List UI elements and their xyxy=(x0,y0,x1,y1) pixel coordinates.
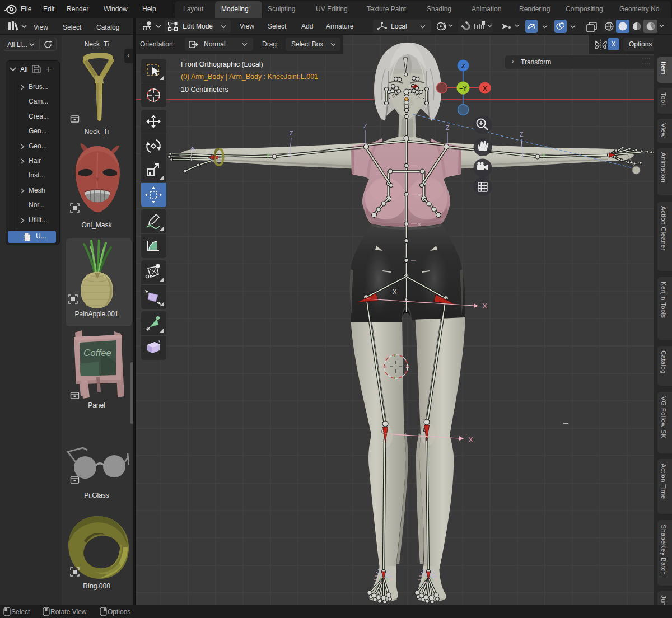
svg-text:X: X xyxy=(468,436,473,444)
svg-text:X: X xyxy=(482,302,487,310)
svg-text:Z: Z xyxy=(290,130,293,137)
svg-text:Z: Z xyxy=(363,123,367,129)
svg-text:X: X xyxy=(393,288,397,295)
svg-text:−Y: −Y xyxy=(459,85,467,92)
svg-text:Z: Z xyxy=(461,63,465,69)
svg-text:Coffee: Coffee xyxy=(83,348,111,358)
svg-text:Z: Z xyxy=(446,124,450,131)
svg-text:x: x xyxy=(418,193,421,198)
svg-text:X: X xyxy=(483,85,487,92)
svg-text:x: x xyxy=(418,222,421,227)
svg-text:Y: Y xyxy=(266,153,270,159)
svg-text:Z: Z xyxy=(520,131,524,138)
svg-text:Y: Y xyxy=(542,153,546,159)
